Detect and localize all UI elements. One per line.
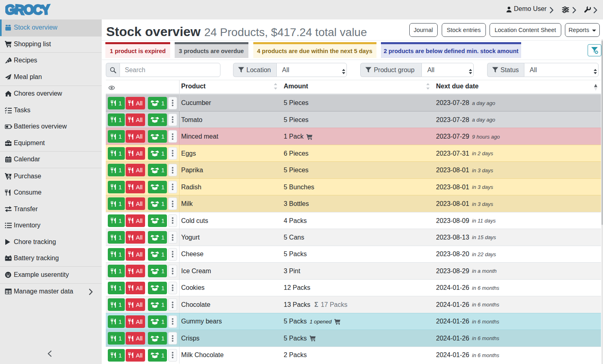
svg-text:Y: Y: [41, 3, 51, 17]
